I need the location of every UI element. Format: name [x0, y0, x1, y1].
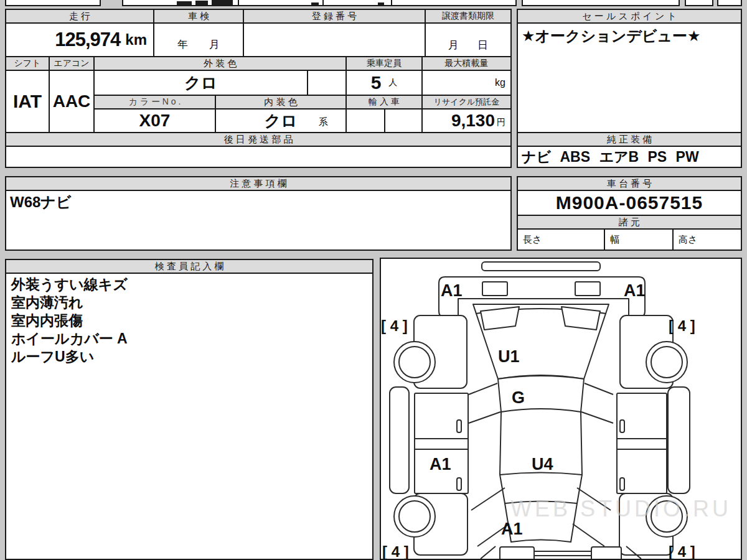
import-car-cell-1	[345, 108, 385, 133]
mileage-header: 走 行	[5, 9, 154, 24]
door-handle	[457, 478, 461, 490]
clipped-text-fragment	[212, 0, 233, 5]
car-damage-diagram: WEB STUDIO.RU A1 A1 U1 G U4 A1 A1 [ 4 ] …	[380, 258, 742, 560]
front-bumper-strip	[482, 262, 600, 271]
inspector-note-line: ホイールカバー A	[11, 330, 367, 348]
front-right-wheel	[646, 342, 687, 383]
interior-color-suffix: 系	[319, 116, 328, 128]
windshield	[498, 376, 584, 412]
clipped-text-fragment	[311, 2, 319, 5]
specs-header: 諸 元	[517, 215, 742, 230]
shift-value: IAT	[5, 70, 50, 133]
top-strip-box	[391, 0, 517, 6]
taillight-right	[591, 547, 621, 559]
mileage-cell: 125,974 km	[5, 22, 154, 57]
damage-mark-windshield: G	[512, 388, 525, 407]
capacity-header: 乗車定員	[345, 56, 423, 71]
capacity-unit: 人	[388, 77, 397, 88]
deadline-month-label: 月	[448, 38, 459, 52]
interior-color-header: 内 装 色	[215, 95, 347, 110]
shaken-header: 車 検	[153, 9, 244, 24]
right-rocker-panel	[668, 387, 690, 493]
deadline-header: 譲渡書類期限	[425, 9, 512, 24]
exterior-color-value: クロ	[93, 70, 308, 96]
damage-mark-left-door: A1	[430, 455, 451, 474]
top-strip-box	[717, 0, 742, 6]
interior-color-value: クロ	[264, 110, 297, 132]
aircon-header: エアコン	[49, 56, 95, 71]
later-parts-cell	[5, 146, 512, 168]
wiper-right	[561, 307, 600, 330]
shift-header: シフト	[5, 56, 50, 71]
inspector-note-line: 室内薄汚れ	[11, 294, 367, 312]
auction-sheet: { "colors": {"background":"#c9c9c9","hea…	[0, 0, 747, 560]
exterior-color-extra-cell	[307, 70, 347, 96]
recycle-deposit-value: 9,130	[451, 111, 495, 131]
inspector-note-line: 外装うすい線キズ	[11, 276, 367, 294]
door-handle	[620, 478, 624, 490]
damage-mark-hood: U1	[498, 347, 520, 366]
headlight-left	[482, 282, 507, 296]
registration-header: 登 録 番 号	[243, 9, 426, 24]
spec-length-cell: 長さ	[517, 228, 605, 251]
notes-header: 注 意 事 項 欄	[5, 176, 512, 191]
spec-width-cell: 幅	[604, 228, 674, 251]
shaken-year-label: 年	[177, 37, 188, 52]
clipped-text-fragment	[177, 1, 192, 5]
spec-height-cell: 高さ	[672, 228, 742, 251]
rear-left-wheel	[394, 496, 435, 537]
color-no-value: X07	[93, 108, 216, 133]
genuine-equipment-value: ナビ ABS エアB PS PW	[517, 146, 742, 168]
exterior-color-header: 外 装 色	[93, 56, 347, 71]
taillight-left	[500, 547, 534, 559]
chassis-number-value: M900A-0657515	[517, 190, 742, 216]
wiper-left	[481, 307, 519, 330]
notes-line: W68ナビ	[6, 191, 510, 213]
top-strip-box	[5, 0, 101, 6]
tire-grade-front-right: [ 4 ]	[669, 317, 695, 334]
later-parts-header: 後 日 発 送 部 品	[5, 132, 512, 147]
tire-grade-front-left: [ 4 ]	[381, 317, 408, 334]
damage-mark-front-right: A1	[624, 281, 646, 300]
maxload-unit: kg	[495, 77, 505, 88]
mileage-unit: km	[125, 31, 147, 49]
maxload-header: 最大積載量	[421, 56, 512, 71]
damage-mark-front-left: A1	[441, 281, 463, 300]
watermark-text: WEB STUDIO.RU	[510, 496, 731, 521]
sales-point-header: セ ー ル ス ポ イ ン ト	[517, 9, 742, 24]
import-car-header: 輸 入 車	[345, 95, 423, 110]
shaken-month-label: 月	[209, 37, 220, 52]
clipped-text-fragment	[378, 2, 384, 5]
tire-grade-rear-right: [ 4 ]	[669, 543, 695, 559]
front-left-wheel	[394, 342, 435, 383]
tire-grade-rear-left: [ 4 ]	[382, 543, 409, 559]
top-strip-box	[685, 0, 713, 6]
recycle-deposit-unit: 円	[497, 117, 505, 128]
clipped-text-fragment	[195, 1, 208, 5]
damage-mark-rear: A1	[501, 520, 523, 538]
inspector-notes-cell: 外装うすい線キズ 室内薄汚れ 室内内張傷 ホイールカバー A ルーフU多い	[5, 273, 374, 560]
inspector-note-line: ルーフU多い	[11, 348, 367, 366]
notes-cell: W68ナビ	[5, 190, 512, 251]
sales-point-cell: ★オークションデビュー★	[517, 22, 742, 133]
capacity-cell: 5 人	[345, 70, 423, 96]
capacity-value: 5	[371, 72, 382, 93]
headlight-right	[575, 282, 600, 296]
mileage-value: 125,974	[55, 29, 120, 51]
genuine-equipment-header: 純 正 装 備	[517, 132, 742, 147]
damage-mark-roof: U4	[532, 455, 553, 474]
aircon-value: AAC	[49, 70, 95, 133]
shaken-cell: 年 月	[153, 22, 244, 57]
inspector-notes-header: 検 査 員 記 入 欄	[5, 259, 374, 274]
maxload-cell: kg	[421, 70, 512, 96]
car-diagram-svg: WEB STUDIO.RU A1 A1 U1 G U4 A1 A1 [ 4 ] …	[381, 259, 741, 559]
color-no-header: カ ラ ー N o .	[93, 95, 216, 110]
recycle-deposit-cell: 9,130 円	[421, 108, 512, 133]
left-rocker-panel	[390, 387, 409, 493]
top-strip-box	[522, 0, 680, 6]
door-handle	[620, 420, 624, 432]
deadline-cell: 月 日	[425, 22, 512, 57]
sales-point-value: ★オークションデビュー★	[518, 24, 741, 49]
import-car-cell-2	[384, 108, 423, 133]
door-handle	[457, 420, 461, 432]
